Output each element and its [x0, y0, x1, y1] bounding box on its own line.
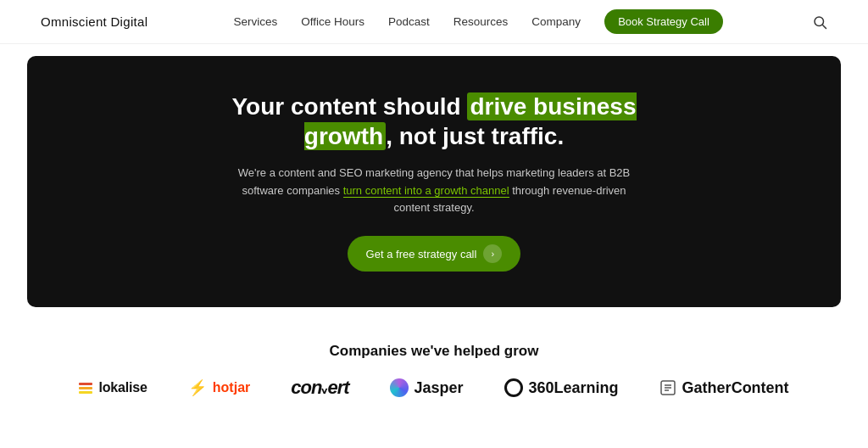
hero-subtitle: We're a content and SEO marketing agency…	[231, 165, 637, 217]
logos-section: Companies we've helped grow lokalise ⚡ h…	[0, 319, 868, 412]
hero-title-prefix: Your content should	[231, 93, 467, 120]
svg-line-1	[823, 25, 826, 28]
arrow-circle-icon: ›	[483, 244, 502, 263]
logos-heading: Companies we've helped grow	[0, 343, 868, 360]
gathercontent-icon	[659, 379, 676, 396]
hero-title-suffix: , not just traffic.	[386, 123, 564, 149]
logo-hotjar: ⚡ hotjar	[188, 378, 250, 397]
hero-cta-button[interactable]: Get a free strategy call ›	[348, 236, 521, 272]
hero-cta-label: Get a free strategy call	[366, 248, 477, 260]
lokalise-label: lokalise	[98, 380, 147, 395]
nav-resources[interactable]: Resources	[453, 15, 509, 28]
360learning-label: 360Learning	[529, 379, 619, 397]
nav-company[interactable]: Company	[531, 15, 581, 28]
header: Omniscient Digital Services Office Hours…	[0, 0, 868, 44]
search-icon[interactable]	[812, 14, 827, 30]
hero-content: Your content should drive business growt…	[214, 92, 654, 272]
nav-services[interactable]: Services	[233, 15, 277, 28]
svg-point-0	[815, 17, 824, 26]
logo-gathercontent: GatherContent	[659, 379, 789, 397]
convert-label: conᵥert	[291, 377, 348, 399]
nav-podcast[interactable]: Podcast	[388, 15, 430, 28]
gathercontent-label: GatherContent	[682, 379, 789, 397]
main-nav: Services Office Hours Podcast Resources …	[233, 9, 722, 34]
jasper-label: Jasper	[415, 379, 464, 397]
hotjar-icon: ⚡	[188, 378, 207, 397]
logo-jasper: Jasper	[390, 378, 464, 397]
logo-convert: conᵥert	[291, 377, 348, 399]
logo-360learning: 360Learning	[504, 378, 619, 397]
hotjar-label: hotjar	[213, 380, 250, 395]
logo-lokalise: lokalise	[79, 380, 147, 395]
jasper-icon	[390, 378, 409, 397]
logos-row: lokalise ⚡ hotjar conᵥert Jasper 360Lear…	[0, 377, 868, 399]
360learning-icon	[504, 378, 523, 397]
lokalise-icon	[79, 383, 92, 394]
hero-subtitle-highlight: turn content into a growth channel	[343, 184, 509, 198]
site-logo: Omniscient Digital	[41, 14, 147, 29]
nav-office-hours[interactable]: Office Hours	[301, 15, 364, 28]
hero-section: Your content should drive business growt…	[27, 56, 841, 307]
hero-title: Your content should drive business growt…	[231, 92, 637, 151]
book-strategy-call-button[interactable]: Book Strategy Call	[604, 9, 723, 34]
